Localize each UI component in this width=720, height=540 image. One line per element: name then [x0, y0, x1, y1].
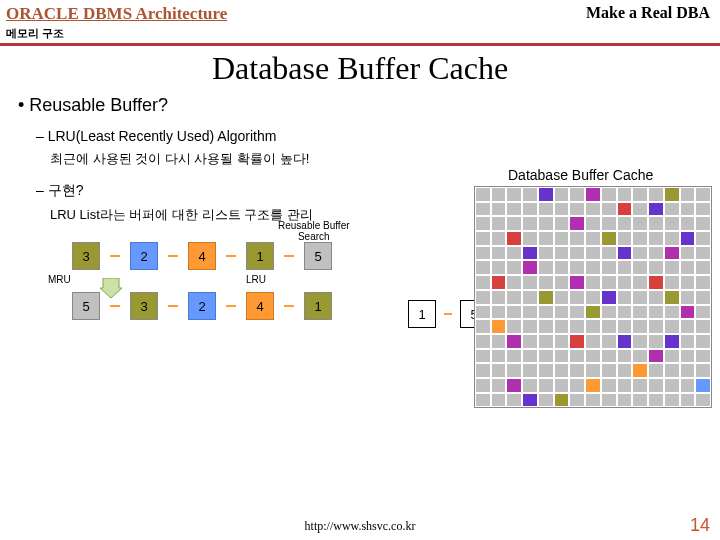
buffer-cell — [522, 349, 538, 364]
buffer-cell — [538, 275, 554, 290]
buffer-cell — [680, 305, 696, 320]
buffer-cell — [585, 260, 601, 275]
buffer-cell — [680, 216, 696, 231]
buffer-cell — [538, 216, 554, 231]
buffer-cell — [585, 290, 601, 305]
buffer-cell — [680, 260, 696, 275]
buffer-cell — [569, 187, 585, 202]
buffer-cell — [506, 260, 522, 275]
buffer-cell — [617, 260, 633, 275]
buffer-cell — [695, 231, 711, 246]
list-item: 1 — [408, 300, 436, 328]
buffer-cell — [538, 231, 554, 246]
buffer-cell — [491, 290, 507, 305]
buffer-cell — [475, 305, 491, 320]
buffer-cell — [585, 349, 601, 364]
lru-label: LRU — [246, 274, 266, 285]
buffer-cell — [475, 216, 491, 231]
buffer-cell — [617, 246, 633, 261]
buffer-cell — [569, 334, 585, 349]
buffer-cell — [632, 216, 648, 231]
buffer-cell — [554, 290, 570, 305]
buffer-cell — [522, 363, 538, 378]
buffer-cell — [554, 202, 570, 217]
sub-lru: – LRU(Least Recently Used) Algorithm — [36, 128, 708, 144]
buffer-cell — [632, 275, 648, 290]
buffer-cell — [601, 378, 617, 393]
buffer-cell — [617, 393, 633, 408]
buffer-cell — [491, 202, 507, 217]
buffer-cell — [695, 305, 711, 320]
buffer-cell — [664, 363, 680, 378]
buffer-cell — [664, 378, 680, 393]
buffer-cell — [680, 290, 696, 305]
buffer-cell — [522, 216, 538, 231]
buffer-cell — [632, 334, 648, 349]
buffer-cell — [506, 363, 522, 378]
buffer-cell — [506, 246, 522, 261]
buffer-cell — [680, 187, 696, 202]
buffer-cell — [569, 231, 585, 246]
buffer-cell — [648, 305, 664, 320]
list-item: 5 — [304, 242, 332, 270]
buffer-cell — [664, 305, 680, 320]
buffer-cell — [632, 246, 648, 261]
buffer-cell — [506, 275, 522, 290]
buffer-cell — [632, 393, 648, 408]
buffer-cell — [680, 378, 696, 393]
buffer-cell — [601, 187, 617, 202]
buffer-cell — [601, 216, 617, 231]
buffer-cell — [632, 290, 648, 305]
buffer-cell — [538, 260, 554, 275]
page-number: 14 — [690, 515, 710, 536]
header-right: Make a Real DBA — [586, 4, 710, 24]
buffer-cell — [538, 305, 554, 320]
buffer-cell — [554, 305, 570, 320]
buffer-cache-grid — [474, 186, 712, 408]
buffer-cell — [648, 363, 664, 378]
divider — [0, 43, 720, 46]
buffer-cell — [475, 378, 491, 393]
buffer-cell — [522, 187, 538, 202]
buffer-cell — [522, 319, 538, 334]
buffer-cell — [522, 305, 538, 320]
dbc-label: Database Buffer Cache — [508, 167, 653, 183]
buffer-cell — [601, 334, 617, 349]
buffer-cell — [554, 334, 570, 349]
buffer-cell — [538, 349, 554, 364]
buffer-cell — [506, 319, 522, 334]
buffer-cell — [648, 334, 664, 349]
buffer-cell — [569, 393, 585, 408]
buffer-cell — [506, 334, 522, 349]
buffer-cell — [554, 319, 570, 334]
buffer-cell — [569, 378, 585, 393]
buffer-cell — [522, 231, 538, 246]
buffer-cell — [491, 260, 507, 275]
buffer-cell — [491, 363, 507, 378]
buffer-cell — [585, 305, 601, 320]
buffer-cell — [632, 202, 648, 217]
buffer-cell — [585, 378, 601, 393]
buffer-cell — [601, 319, 617, 334]
buffer-cell — [522, 275, 538, 290]
buffer-cell — [491, 275, 507, 290]
list-item: 1 — [304, 292, 332, 320]
buffer-cell — [554, 246, 570, 261]
list-item: 3 — [130, 292, 158, 320]
buffer-cell — [601, 363, 617, 378]
buffer-cell — [475, 363, 491, 378]
buffer-cell — [617, 363, 633, 378]
list-item: 5 — [72, 292, 100, 320]
buffer-cell — [506, 216, 522, 231]
arrow-down-icon — [100, 278, 122, 298]
buffer-cell — [680, 363, 696, 378]
buffer-cell — [569, 290, 585, 305]
buffer-cell — [695, 202, 711, 217]
buffer-cell — [695, 187, 711, 202]
buffer-cell — [506, 290, 522, 305]
buffer-cell — [664, 260, 680, 275]
footer-url: http://www.shsvc.co.kr — [0, 519, 720, 534]
buffer-cell — [695, 393, 711, 408]
buffer-cell — [648, 275, 664, 290]
buffer-cell — [475, 349, 491, 364]
